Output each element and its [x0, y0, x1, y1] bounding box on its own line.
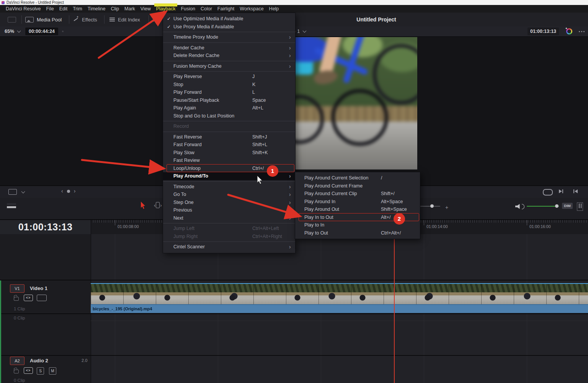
menu-item[interactable]: Stop K — [163, 81, 295, 89]
audio-track-name[interactable]: Audio 2 — [30, 358, 48, 363]
lock-track-icon[interactable] — [14, 370, 19, 373]
menu-item[interactable]: Step One — [163, 199, 295, 207]
zoom-slider-knob[interactable] — [430, 204, 434, 208]
selection-tool-icon[interactable] — [140, 202, 147, 210]
menu-item[interactable]: Play Reverse J — [163, 73, 295, 81]
menu-item[interactable]: Jump Right Ctrl+Alt+Right — [163, 233, 295, 241]
menu-item[interactable]: Cintel Scanner — [163, 243, 295, 251]
volume-slider[interactable] — [527, 206, 559, 207]
menubar-item-label: Color — [201, 6, 212, 11]
zoom-level-value: 65% — [5, 29, 14, 34]
options-menu-icon[interactable] — [579, 31, 580, 32]
menu-item[interactable]: Timecode — [163, 183, 295, 191]
solo-button[interactable]: S — [37, 367, 44, 375]
dim-button[interactable]: DIM — [562, 203, 573, 209]
viewer-mode-button[interactable] — [8, 13, 16, 26]
edit-index-button[interactable]: Edit Index — [109, 13, 140, 26]
next-marker-icon[interactable] — [559, 189, 563, 193]
menubar-item[interactable]: Workspace — [237, 5, 266, 13]
mute-button[interactable]: M — [49, 367, 56, 375]
media-pool-button[interactable]: Media Pool — [25, 13, 62, 26]
menu-item[interactable]: Play Again Alt+L — [163, 104, 295, 112]
menubar-item[interactable]: Mark — [122, 5, 138, 13]
menu-item-label: Step One — [173, 200, 252, 205]
submenu-item[interactable]: Play Around In Alt+Space — [295, 198, 420, 206]
menu-item[interactable]: Fusion Memory Cache — [163, 62, 295, 70]
menubar-item[interactable]: Timeline — [85, 5, 108, 13]
menu-item[interactable]: Delete Render Cache — [163, 52, 295, 60]
submenu-item[interactable]: Play to Out Ctrl+Alt+/ — [295, 229, 420, 237]
menubar-item[interactable]: Fusion — [178, 5, 198, 13]
ruler-timecode-label: 01:00:16:00 — [529, 224, 550, 229]
menu-item[interactable]: Play Slow Shift+K — [163, 149, 295, 157]
menubar-item[interactable]: Trim — [70, 5, 85, 13]
clip-filmstrip[interactable] — [91, 284, 588, 304]
zoom-slider[interactable] — [418, 206, 440, 207]
menu-item[interactable]: Use Proxy Media if Available — [163, 23, 295, 31]
menu-item[interactable]: Render Cache — [163, 44, 295, 52]
volume-slider-knob[interactable] — [555, 204, 559, 208]
timeline-view-options-icon[interactable] — [7, 203, 16, 205]
menu-item[interactable]: Pause/Start Playback Space — [163, 96, 295, 104]
transport-controls: ‹ › — [61, 188, 75, 194]
chevron-down-icon[interactable] — [21, 190, 25, 194]
menubar-item-label: Timeline — [88, 6, 106, 11]
audio-track-badge[interactable]: A2 — [10, 357, 24, 365]
audio-meters-icon[interactable] — [577, 202, 583, 211]
menu-item[interactable]: Next — [163, 214, 295, 222]
ruler-timecode-label: 01:00:08:00 — [118, 224, 139, 229]
loop-playback-icon[interactable] — [543, 189, 553, 196]
clip-name-bar[interactable]: bicycles_-_195 (Original).mp4 — [91, 304, 588, 313]
zoom-level-select[interactable]: 65% — [5, 26, 20, 36]
submenu-item[interactable]: Play Around Out Shift+Space — [295, 205, 420, 214]
timeline-clip[interactable]: bicycles_-_195 (Original).mp4 — [91, 283, 588, 313]
menu-item[interactable]: Stop and Go to Last Position — [163, 112, 295, 120]
menubar-item[interactable]: View — [138, 5, 154, 13]
color-grading-icon[interactable] — [566, 28, 572, 34]
safe-area-icon[interactable] — [8, 189, 17, 195]
menubar-item[interactable]: Fairlight — [215, 5, 237, 13]
menu-item[interactable]: Fast Review — [163, 156, 295, 165]
first-frame-icon[interactable] — [573, 189, 578, 193]
menu-item[interactable]: Use Optimized Media if Available — [163, 15, 295, 23]
menu-item[interactable]: Go To — [163, 191, 295, 199]
stop-icon[interactable] — [67, 190, 70, 193]
menubar-item[interactable]: Edit — [57, 5, 70, 13]
menu-item[interactable]: Fast Forward Shift+L — [163, 141, 295, 149]
speaker-icon[interactable] — [515, 204, 521, 209]
step-back-icon[interactable]: ‹ — [61, 188, 63, 194]
menubar-item[interactable]: Help — [266, 5, 282, 13]
menubar-item[interactable]: File — [43, 5, 56, 13]
menu-item[interactable]: Fast Reverse Shift+J — [163, 133, 295, 141]
submenu-item[interactable]: Play Around Current Frame — [295, 182, 420, 190]
submenu-item[interactable]: Play Around Current Selection / — [295, 174, 420, 182]
menu-item[interactable]: Play Forward L — [163, 88, 295, 96]
submenu-item-label: Play Around Current Selection — [304, 175, 381, 181]
menubar-item[interactable]: DaVinci Resolve — [3, 5, 43, 13]
menubar-item[interactable]: Color — [198, 5, 215, 13]
playhead[interactable] — [394, 220, 395, 383]
zoom-in-icon[interactable]: + — [445, 204, 448, 210]
step-1-badge: 1 — [267, 165, 278, 177]
auto-select-icon[interactable]: <> — [24, 367, 33, 374]
lock-track-icon[interactable] — [14, 297, 19, 301]
submenu-arrow-icon — [289, 184, 295, 190]
submenu-item[interactable]: Play Around Current Clip Shift+/ — [295, 190, 420, 198]
menu-item[interactable]: Timeline Proxy Mode — [163, 33, 295, 41]
effects-button[interactable]: Effects — [73, 13, 97, 26]
step-forward-icon[interactable]: › — [74, 188, 76, 194]
menu-item-shortcut: Ctrl+Alt+Left — [252, 226, 289, 231]
menu-item-label: Pause/Start Playback — [173, 98, 252, 103]
menu-item[interactable]: Previous — [163, 206, 295, 214]
menubar-item[interactable]: Playback — [154, 5, 178, 13]
video-track-badge[interactable]: V1 — [10, 284, 24, 293]
menubar-item[interactable]: Clip — [108, 5, 122, 13]
menu-item[interactable]: Jump Left Ctrl+Alt+Left — [163, 225, 295, 233]
video-track-name[interactable]: Video 1 — [30, 285, 47, 291]
auto-select-icon[interactable]: <> — [24, 295, 33, 301]
sound-library-button[interactable]: ♬ — [152, 13, 158, 26]
trim-edit-mode-icon[interactable]: ‹› — [154, 202, 162, 208]
empty-thumbnail-icon[interactable] — [37, 295, 47, 301]
app-icon — [2, 1, 5, 4]
menu-item[interactable]: Record — [163, 122, 295, 130]
